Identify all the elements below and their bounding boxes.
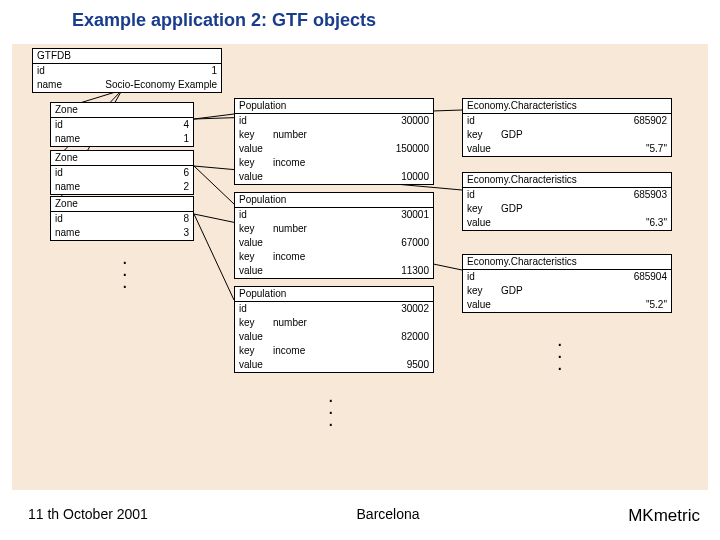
footer-date: 11 th October 2001	[28, 506, 148, 526]
field-label: value	[235, 264, 269, 278]
field-label: value	[463, 216, 497, 230]
field-value: 685903	[497, 188, 671, 202]
field-value: 685904	[497, 270, 671, 284]
field-mid: GDP	[497, 284, 541, 298]
slide-footer: 11 th October 2001 Barcelona MKmetric	[0, 506, 720, 526]
field-value: 9500	[269, 358, 433, 372]
field-label: id	[235, 208, 269, 222]
field-label: id	[463, 188, 497, 202]
field-label: key	[463, 128, 497, 142]
field-mid: income	[269, 344, 313, 358]
field-mid: income	[269, 250, 313, 264]
zone-box: Zone id6 name2	[50, 150, 194, 195]
field-label: key	[463, 202, 497, 216]
field-label: value	[235, 170, 269, 184]
economy-box: Economy.Characteristics id685902 keyGDP …	[462, 98, 672, 157]
footer-place: Barcelona	[357, 506, 420, 526]
field-label: key	[235, 128, 269, 142]
field-value: 67000	[269, 236, 433, 250]
zone-header: Zone	[51, 151, 193, 166]
field-value: Socio-Economy Example	[67, 78, 221, 92]
zone-box: Zone id4 name1	[50, 102, 194, 147]
field-label: key	[235, 344, 269, 358]
field-value: 30001	[269, 208, 433, 222]
field-value	[313, 222, 433, 236]
field-value: 11300	[269, 264, 433, 278]
field-label: value	[235, 358, 269, 372]
ellipsis-icon: ...	[122, 254, 128, 284]
zone-header: Zone	[51, 103, 193, 118]
field-value: 685902	[497, 114, 671, 128]
field-label: key	[235, 222, 269, 236]
field-label: name	[51, 180, 85, 194]
diagram-canvas: GTFDB id 1 name Socio-Economy Example Zo…	[12, 44, 708, 490]
field-mid: income	[269, 156, 313, 170]
field-value	[541, 284, 671, 298]
field-value: 82000	[269, 330, 433, 344]
economy-box: Economy.Characteristics id685903 keyGDP …	[462, 172, 672, 231]
field-value: 8	[85, 212, 193, 226]
gtfdb-box: GTFDB id 1 name Socio-Economy Example	[32, 48, 222, 93]
field-mid: GDP	[497, 202, 541, 216]
svg-line-7	[194, 214, 234, 300]
ellipsis-icon: ...	[557, 336, 563, 366]
field-value: 1	[85, 132, 193, 146]
field-value	[313, 344, 433, 358]
field-value	[313, 316, 433, 330]
economy-header: Economy.Characteristics	[463, 173, 671, 188]
field-label: id	[51, 212, 85, 226]
field-label: value	[463, 142, 497, 156]
field-label: key	[235, 316, 269, 330]
field-mid: number	[269, 316, 313, 330]
population-box: Population id30001 keynumber value67000 …	[234, 192, 434, 279]
field-value	[313, 156, 433, 170]
population-header: Population	[235, 193, 433, 208]
economy-box: Economy.Characteristics id685904 keyGDP …	[462, 254, 672, 313]
field-value: 4	[85, 118, 193, 132]
field-value: 3	[85, 226, 193, 240]
field-label: value	[463, 298, 497, 312]
field-label: value	[235, 142, 269, 156]
field-value: 30000	[269, 114, 433, 128]
field-value: "6.3"	[497, 216, 671, 230]
zone-box: Zone id8 name3	[50, 196, 194, 241]
field-value	[313, 128, 433, 142]
population-box: Population id30000 keynumber value150000…	[234, 98, 434, 185]
field-label: id	[463, 270, 497, 284]
field-mid: number	[269, 222, 313, 236]
gtfdb-header: GTFDB	[33, 49, 221, 64]
field-label: value	[235, 236, 269, 250]
field-label: key	[235, 156, 269, 170]
slide-title: Example application 2: GTF objects	[72, 10, 376, 31]
field-label: key	[235, 250, 269, 264]
field-mid: number	[269, 128, 313, 142]
field-value: 2	[85, 180, 193, 194]
economy-header: Economy.Characteristics	[463, 99, 671, 114]
field-label: id	[51, 166, 85, 180]
field-value: 150000	[269, 142, 433, 156]
population-header: Population	[235, 99, 433, 114]
field-label: id	[235, 114, 269, 128]
population-header: Population	[235, 287, 433, 302]
economy-header: Economy.Characteristics	[463, 255, 671, 270]
footer-brand: MKmetric	[628, 506, 700, 526]
field-value	[313, 250, 433, 264]
field-label: key	[463, 284, 497, 298]
field-value: 1	[67, 64, 221, 78]
field-label: id	[463, 114, 497, 128]
svg-line-3	[194, 114, 234, 119]
field-label: id	[33, 64, 67, 78]
field-label: name	[51, 226, 85, 240]
field-label: id	[235, 302, 269, 316]
field-value: 10000	[269, 170, 433, 184]
field-value: 6	[85, 166, 193, 180]
zone-header: Zone	[51, 197, 193, 212]
ellipsis-icon: ...	[328, 392, 334, 422]
field-value: "5.7"	[497, 142, 671, 156]
field-label: name	[51, 132, 85, 146]
field-value	[541, 202, 671, 216]
field-value: "5.2"	[497, 298, 671, 312]
field-value	[541, 128, 671, 142]
field-label: id	[51, 118, 85, 132]
population-box: Population id30002 keynumber value82000 …	[234, 286, 434, 373]
